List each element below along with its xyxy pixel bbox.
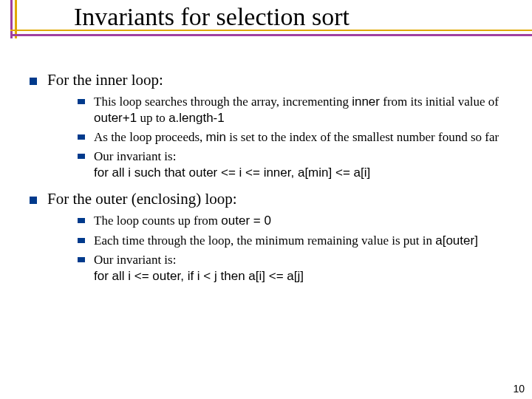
invariant-code: for all i <= outer, if i < j then a[i] <… [94,269,304,283]
page-number: 10 [513,383,525,395]
bullet-text: Our invariant is: for all i such that ou… [94,149,510,181]
square-bullet-icon [78,134,85,140]
square-bullet-icon [30,78,37,85]
bullet-lvl2: The loop counts up from outer = 0 [78,213,510,229]
bullet-lvl2: Each time through the loop, the minimum … [78,233,510,249]
bullet-lvl2: This loop searches through the array, in… [78,94,510,126]
square-bullet-icon [78,99,85,104]
bullet-text: As the loop proceeds, min is set to the … [94,129,510,146]
square-bullet-icon [78,257,85,262]
square-bullet-icon [78,218,85,223]
square-bullet-icon [78,154,85,159]
bullet-lvl2: As the loop proceeds, min is set to the … [78,129,510,146]
bullet-lvl1: For the outer (enclosing) loop: [30,190,510,208]
slide-title: Invariants for selection sort [74,3,349,31]
bullet-lvl1: For the inner loop: [30,71,510,89]
bullet-text: Our invariant is: for all i <= outer, if… [94,252,510,284]
bullet-text: For the inner loop: [47,71,510,89]
bullet-text: The loop counts up from outer = 0 [94,213,510,229]
bullet-lvl2: Our invariant is: for all i such that ou… [78,149,510,181]
slide-accent-decoration [10,0,34,38]
square-bullet-icon [30,197,37,204]
invariant-code: for all i such that outer <= i <= inner,… [94,166,370,180]
bullet-text: For the outer (enclosing) loop: [47,190,510,208]
bullet-lvl2: Our invariant is: for all i <= outer, if… [78,252,510,284]
bullet-text: Each time through the loop, the minimum … [94,233,510,249]
square-bullet-icon [78,238,85,243]
bullet-text: This loop searches through the array, in… [94,94,510,126]
slide-body: For the inner loop: This loop searches t… [30,66,510,287]
